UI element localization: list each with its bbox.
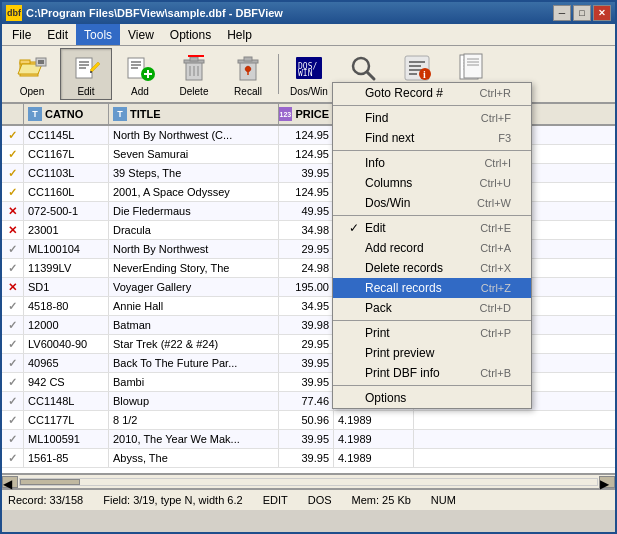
menu-help[interactable]: Help — [219, 24, 260, 45]
cell-status: ✓ — [2, 183, 24, 201]
doswin-icon: DOS/ WIN — [293, 52, 325, 84]
dropdown-item-delete-records[interactable]: Delete recordsCtrl+X — [333, 258, 531, 278]
dropdown-item-goto-record-#[interactable]: Goto Record #Ctrl+R — [333, 83, 531, 103]
cell-catno: LV60040-90 — [24, 335, 109, 353]
dropdown-item-label: Print DBF info — [365, 366, 440, 380]
h-scroll-thumb[interactable] — [20, 479, 80, 485]
menu-tools[interactable]: Tools — [76, 24, 120, 45]
cell-catno: SD1 — [24, 278, 109, 296]
dropdown-item-dos/win[interactable]: Dos/WinCtrl+W — [333, 193, 531, 213]
h-scroll-left[interactable]: ◀ — [2, 476, 18, 488]
dropdown-item-info[interactable]: InfoCtrl+I — [333, 153, 531, 173]
col-header-status — [2, 104, 24, 124]
dropdown-item-label: Options — [365, 391, 406, 405]
menu-file[interactable]: File — [4, 24, 39, 45]
dropdown-item-recall-records[interactable]: Recall recordsCtrl+Z — [333, 278, 531, 298]
cell-catno: CC1145L — [24, 126, 109, 144]
info-icon: i — [401, 52, 433, 84]
cell-status: ✓ — [2, 335, 24, 353]
cell-catno: CC1177L — [24, 411, 109, 429]
cell-catno: CC1103L — [24, 164, 109, 182]
edit-label: Edit — [77, 86, 94, 97]
dropdown-item-print[interactable]: PrintCtrl+P — [333, 323, 531, 343]
edit-button[interactable]: Edit — [60, 48, 112, 100]
dropdown-item-print-dbf-info[interactable]: Print DBF infoCtrl+B — [333, 363, 531, 383]
cell-price: 39.98 — [279, 316, 334, 334]
dropdown-separator — [333, 320, 531, 321]
delete-button[interactable]: Delete — [168, 48, 220, 100]
menu-bar: File Edit Tools View Options Help — [2, 24, 615, 46]
cell-title: Back To The Future Par... — [109, 354, 279, 372]
cell-status: ✓ — [2, 145, 24, 163]
cell-catno: 11399LV — [24, 259, 109, 277]
dropdown-item-label: Print — [365, 326, 390, 340]
dropdown-item-shortcut: Ctrl+R — [480, 87, 511, 99]
cell-catno: CC1167L — [24, 145, 109, 163]
dropdown-item-find[interactable]: FindCtrl+F — [333, 108, 531, 128]
dropdown-item-edit[interactable]: ✓EditCtrl+E — [333, 218, 531, 238]
dropdown-item-print-preview[interactable]: Print preview — [333, 343, 531, 363]
cell-status: ✓ — [2, 164, 24, 182]
col-icon-title: T — [113, 107, 127, 121]
menu-view[interactable]: View — [120, 24, 162, 45]
cell-status: ✓ — [2, 392, 24, 410]
h-scroll-track[interactable] — [19, 478, 598, 486]
cell-price: 195.00 — [279, 278, 334, 296]
h-scroll-right[interactable]: ▶ — [599, 476, 615, 488]
cell-title: Batman — [109, 316, 279, 334]
dropdown-item-label: Edit — [365, 221, 386, 235]
dropdown-item-label: Dos/Win — [365, 196, 410, 210]
add-button[interactable]: Add — [114, 48, 166, 100]
col-header-price[interactable]: 123 PRICE — [279, 104, 334, 124]
dropdown-item-add-record[interactable]: Add recordCtrl+A — [333, 238, 531, 258]
cell-title: Seven Samurai — [109, 145, 279, 163]
cell-price: 39.95 — [279, 373, 334, 391]
menu-options[interactable]: Options — [162, 24, 219, 45]
cell-catno: CC1148L — [24, 392, 109, 410]
close-button[interactable]: ✕ — [593, 5, 611, 21]
recall-button[interactable]: Recall — [222, 48, 274, 100]
dropdown-item-label: Print preview — [365, 346, 434, 360]
doswin-button[interactable]: DOS/ WIN Dos/Win — [283, 48, 335, 100]
dropdown-separator — [333, 215, 531, 216]
h-scrollbar[interactable]: ◀ ▶ — [2, 474, 615, 488]
cell-price: 34.95 — [279, 297, 334, 315]
dropdown-item-label: Recall records — [365, 281, 442, 295]
cell-status: ✓ — [2, 259, 24, 277]
cell-title: Die Fledermaus — [109, 202, 279, 220]
dropdown-separator — [333, 385, 531, 386]
maximize-button[interactable]: □ — [573, 5, 591, 21]
table-row[interactable]: ✓ ML100591 2010, The Year We Mak... 39.9… — [2, 430, 615, 449]
recall-icon — [232, 52, 264, 84]
dropdown-item-pack[interactable]: PackCtrl+D — [333, 298, 531, 318]
table-row[interactable]: ✓ CC1177L 8 1/2 50.96 4.1989 — [2, 411, 615, 430]
open-button[interactable]: Open — [6, 48, 58, 100]
cell-title: Abyss, The — [109, 449, 279, 467]
cell-price: 24.98 — [279, 259, 334, 277]
cell-required: 4.1989 — [334, 449, 414, 467]
cell-status: ✓ — [2, 240, 24, 258]
dropdown-item-find-next[interactable]: Find nextF3 — [333, 128, 531, 148]
cell-catno: 23001 — [24, 221, 109, 239]
dropdown-item-label: Info — [365, 156, 385, 170]
minimize-button[interactable]: ─ — [553, 5, 571, 21]
col-header-catno[interactable]: T CATNO — [24, 104, 109, 124]
cell-title: Dracula — [109, 221, 279, 239]
dropdown-item-shortcut: Ctrl+E — [480, 222, 511, 234]
cell-title: 8 1/2 — [109, 411, 279, 429]
svg-line-35 — [367, 72, 374, 79]
menu-edit[interactable]: Edit — [39, 24, 76, 45]
dropdown-item-options[interactable]: Options — [333, 388, 531, 408]
cell-title: Bambi — [109, 373, 279, 391]
col-icon-catno: T — [28, 107, 42, 121]
status-field: Field: 3/19, type N, width 6.2 — [103, 494, 242, 506]
svg-rect-48 — [464, 54, 482, 78]
svg-rect-21 — [190, 57, 198, 61]
col-header-title[interactable]: T TITLE — [109, 104, 279, 124]
table-row[interactable]: ✓ 1561-85 Abyss, The 39.95 4.1989 — [2, 449, 615, 468]
cell-price: 39.95 — [279, 430, 334, 448]
add-icon — [124, 52, 156, 84]
dropdown-item-columns[interactable]: ColumnsCtrl+U — [333, 173, 531, 193]
cell-price: 29.95 — [279, 335, 334, 353]
dropdown-item-shortcut: Ctrl+Z — [481, 282, 511, 294]
